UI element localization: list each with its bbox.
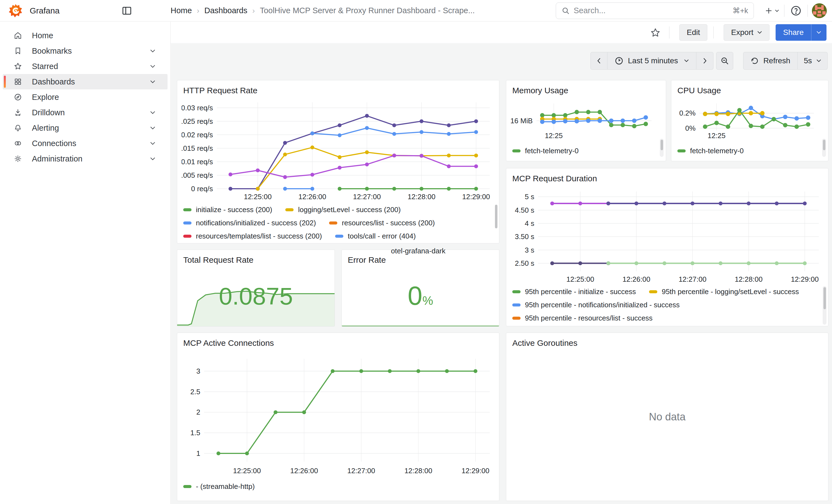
legend-item[interactable]: resources/list - success (200) — [329, 219, 435, 227]
bookmark-icon — [14, 47, 22, 55]
panel-active-goroutines[interactable]: Active Goroutines No data — [506, 333, 828, 501]
legend-item[interactable]: 95th percentile - logging/setLevel - suc… — [649, 288, 799, 296]
search-shortcut: ⌘+k — [733, 6, 748, 15]
add-button[interactable] — [765, 3, 780, 19]
panel-cpu-usage[interactable]: CPU Usage 0.2%0%12:25 fetch-telemetry-0 — [671, 80, 828, 161]
panel-total-request-rate[interactable]: Total Request Rate 0.0875 — [177, 249, 335, 326]
sidebar-item-bookmarks[interactable]: Bookmarks — [3, 43, 167, 59]
edit-button[interactable]: Edit — [679, 24, 707, 41]
time-shift-forward-button[interactable] — [696, 52, 713, 70]
legend-scrollbar-thumb[interactable] — [823, 140, 825, 150]
refresh-button[interactable]: Refresh — [743, 52, 798, 70]
share-button[interactable]: Share — [776, 24, 811, 41]
refresh-interval-picker[interactable]: 5s — [798, 52, 828, 70]
legend-item[interactable]: - (streamable-http) — [183, 482, 255, 491]
bell-icon — [14, 124, 22, 132]
chevron-down-icon[interactable] — [150, 80, 155, 84]
drilldown-icon — [14, 108, 22, 117]
legend-color-chip — [512, 303, 521, 307]
breadcrumb: Home › Dashboards › ToolHive MCP Server … — [171, 6, 556, 15]
sidebar-item-label: Explore — [32, 93, 167, 102]
time-shift-back-button[interactable] — [591, 52, 607, 70]
cpu-usage-chart[interactable]: 0.2%0%12:25 — [675, 100, 823, 142]
chevron-down-icon[interactable] — [150, 142, 155, 145]
chevron-down-icon[interactable] — [150, 126, 155, 130]
svg-text:0.015 req/s: 0.015 req/s — [182, 144, 213, 152]
legend-label: - (streamable-http) — [196, 482, 255, 491]
legend-item[interactable]: logging/setLevel - success (200) — [285, 206, 400, 214]
sidebar-item-dashboards[interactable]: Dashboards — [3, 74, 167, 89]
breadcrumb-dashboards[interactable]: Dashboards — [204, 6, 248, 15]
panel-error-rate[interactable]: Error Rate 0% — [341, 249, 499, 326]
sidebar-item-connections[interactable]: Connections — [3, 136, 167, 151]
svg-text:2.5: 2.5 — [190, 388, 200, 396]
sidebar-item-drilldown[interactable]: Drilldown — [3, 105, 167, 120]
user-avatar[interactable] — [812, 3, 827, 19]
chevron-down-icon[interactable] — [150, 49, 155, 53]
legend-item[interactable]: initialize - success (200) — [183, 206, 272, 214]
legend-item[interactable]: 95th percentile - initialize - success — [512, 288, 636, 296]
chevron-down-icon[interactable] — [150, 111, 155, 114]
divider — [807, 5, 808, 17]
sidebar-item-starred[interactable]: Starred — [3, 59, 167, 74]
legend-item[interactable]: resources/templates/list - success (200) — [183, 232, 322, 240]
panel-mcp-request-duration[interactable]: MCP Request Duration 5 s4.50 s4 s3.50 s3… — [506, 168, 828, 326]
legend-scrollbar-thumb[interactable] — [660, 140, 663, 150]
export-button[interactable]: Export — [724, 24, 770, 41]
svg-text:1.5: 1.5 — [190, 429, 200, 437]
help-icon[interactable] — [788, 3, 804, 19]
legend-color-chip — [335, 235, 343, 238]
top-navigation-bar: Grafana Home › Dashboards › ToolHive MCP… — [0, 0, 832, 22]
zoom-out-icon[interactable] — [716, 52, 733, 70]
http-request-rate-chart[interactable]: 0 req/s0.005 req/s0.01 req/s0.015 req/s0… — [182, 98, 494, 203]
sidebar-collapse-icon[interactable] — [122, 5, 132, 16]
legend-item[interactable]: tools/call - error (404) — [335, 232, 416, 240]
sidebar-item-administration[interactable]: Administration — [3, 151, 167, 166]
search-input[interactable]: Search... ⌘+k — [556, 2, 754, 19]
sidebar-item-alerting[interactable]: Alerting — [3, 120, 167, 136]
panel-http-request-rate[interactable]: HTTP Request Rate 0 req/s0.005 req/s0.01… — [177, 80, 499, 243]
active-accent-bar — [4, 76, 6, 88]
legend-item[interactable]: 95th percentile - notifications/initiali… — [512, 301, 680, 309]
brand-name: Grafana — [30, 6, 59, 16]
svg-text:12:25: 12:25 — [545, 132, 563, 140]
chevron-down-icon — [757, 31, 762, 34]
no-data-message: No data — [506, 333, 828, 501]
legend-color-chip — [512, 150, 521, 152]
mcp-request-duration-chart[interactable]: 5 s4.50 s4 s3.50 s3 s2.50 s12:25:0012:26… — [511, 186, 823, 286]
sidebar-item-explore[interactable]: Explore — [3, 89, 167, 105]
panel-memory-usage[interactable]: Memory Usage 16 MiB12:25 fetch-telemetry… — [506, 80, 666, 161]
chevron-down-icon[interactable] — [150, 157, 155, 161]
legend-label: fetch-telemetry-0 — [525, 147, 579, 155]
grafana-logo[interactable] — [8, 4, 23, 18]
svg-text:0.02 req/s: 0.02 req/s — [182, 131, 213, 139]
panel-mcp-active-connections[interactable]: MCP Active Connections 11.522.5312:25:00… — [177, 333, 499, 501]
breadcrumb-separator: › — [197, 6, 199, 15]
time-range-picker[interactable]: Last 5 minutes — [607, 52, 696, 70]
chevron-down-icon — [816, 59, 821, 62]
mcp-active-connections-chart[interactable]: 11.522.5312:25:0012:26:0012:27:0012:28:0… — [182, 350, 494, 477]
legend-item[interactable]: fetch-telemetry-0 — [677, 147, 744, 155]
share-options-caret[interactable] — [811, 24, 827, 41]
legend-scrollbar-thumb[interactable] — [824, 287, 826, 309]
svg-text:12:26:00: 12:26:00 — [622, 275, 650, 283]
panel-title: Total Request Rate — [177, 250, 335, 265]
breadcrumb-home[interactable]: Home — [171, 6, 192, 15]
legend-color-chip — [183, 208, 191, 211]
memory-usage-chart[interactable]: 16 MiB12:25 — [510, 100, 661, 142]
sidebar-item-label: Administration — [32, 154, 150, 163]
svg-text:0.005 req/s: 0.005 req/s — [182, 171, 213, 179]
chevron-down-icon[interactable] — [150, 65, 155, 68]
clock-icon — [615, 56, 623, 65]
legend-item[interactable]: 95th percentile - resources/list - succe… — [512, 314, 653, 322]
sidebar-item-home[interactable]: Home — [3, 28, 167, 43]
legend-item[interactable]: notifications/initialized - success (202… — [183, 219, 316, 227]
chevron-down-icon — [816, 31, 821, 34]
refresh-icon — [751, 57, 759, 65]
legend-scrollbar[interactable] — [495, 205, 497, 228]
svg-text:12:26:00: 12:26:00 — [298, 192, 326, 201]
svg-text:0.025 req/s: 0.025 req/s — [182, 117, 213, 126]
legend-item[interactable]: fetch-telemetry-0 — [512, 147, 579, 155]
panel-title: HTTP Request Rate — [177, 80, 499, 95]
favorite-star-icon[interactable] — [648, 25, 663, 40]
